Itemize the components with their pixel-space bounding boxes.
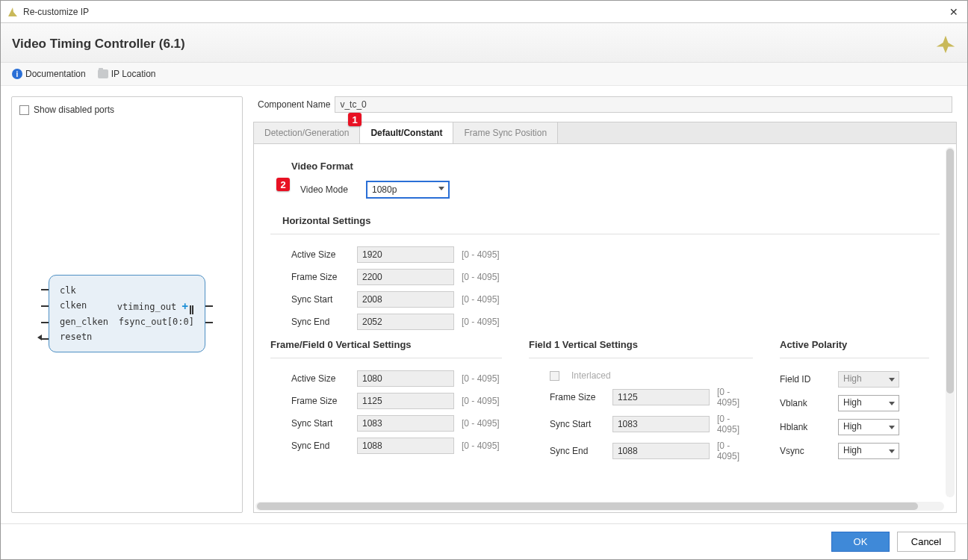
close-icon[interactable]: ✕ bbox=[946, 6, 961, 18]
hset-label-2: Sync Start bbox=[291, 294, 350, 305]
vset1-label-2: Sync End bbox=[550, 446, 605, 456]
tab-detection-generation[interactable]: Detection/Generation bbox=[254, 122, 360, 143]
video-mode-value: 1080p bbox=[372, 184, 397, 195]
vset0-range-2: [0 - 4095] bbox=[462, 418, 500, 429]
tab-default-constant[interactable]: Default/Constant bbox=[360, 122, 453, 144]
vset0-input-3[interactable] bbox=[357, 438, 454, 454]
component-name-label: Component Name bbox=[258, 99, 330, 110]
hset-title: Horizontal Settings bbox=[270, 215, 940, 226]
hset-range-0: [0 - 4095] bbox=[462, 249, 500, 260]
callout-1: 1 bbox=[348, 113, 362, 126]
ok-button[interactable]: OK bbox=[831, 532, 890, 552]
scrollbar-v[interactable] bbox=[946, 147, 955, 497]
titlebar: Re-customize IP ✕ bbox=[1, 1, 967, 23]
hset-range-3: [0 - 4095] bbox=[462, 317, 500, 327]
show-disabled-label: Show disabled ports bbox=[34, 105, 114, 115]
port-resetn: resetn bbox=[60, 332, 92, 342]
doc-label: Documentation bbox=[25, 69, 86, 79]
port-fsync: fsync_out[0:0] bbox=[119, 317, 194, 327]
vset1-input-2[interactable] bbox=[612, 443, 710, 459]
hset-label-1: Frame Size bbox=[291, 272, 350, 282]
vset1-label-1: Sync Start bbox=[550, 419, 605, 429]
vset0-title: Frame/Field 0 Vertical Settings bbox=[270, 339, 502, 350]
info-icon: i bbox=[12, 69, 22, 79]
polarity-select-3[interactable]: High bbox=[838, 443, 899, 459]
hset-input-3[interactable] bbox=[357, 314, 454, 330]
tab-frame-sync[interactable]: Frame Sync Position bbox=[453, 122, 558, 143]
hset-input-0[interactable] bbox=[357, 246, 454, 263]
port-clken: clken bbox=[60, 300, 87, 312]
polarity-label-2: Hblank bbox=[780, 422, 831, 432]
footer: OK Cancel bbox=[1, 523, 967, 559]
ip-location-link[interactable]: IP Location bbox=[98, 69, 156, 79]
vset1-range-1: [0 - 4095] bbox=[717, 414, 753, 435]
window-title: Re-customize IP bbox=[23, 7, 946, 17]
scrollbar-h[interactable] bbox=[255, 502, 944, 511]
hset-label-3: Sync End bbox=[291, 317, 350, 327]
polarity-label-3: Vsync bbox=[780, 446, 831, 456]
polarity-select-1[interactable]: High bbox=[838, 395, 899, 411]
vset0-range-0: [0 - 4095] bbox=[462, 373, 500, 384]
hset-input-2[interactable] bbox=[357, 291, 454, 308]
interlaced-checkbox bbox=[550, 371, 559, 381]
vset0-input-1[interactable] bbox=[357, 393, 454, 409]
vset0-label-2: Sync Start bbox=[291, 418, 350, 429]
cancel-button[interactable]: Cancel bbox=[897, 532, 955, 552]
vset0-label-0: Active Size bbox=[291, 373, 350, 384]
port-vtiming: vtiming_out bbox=[117, 302, 176, 312]
polarity-select-0: High bbox=[838, 371, 899, 388]
vset1-input-1[interactable] bbox=[612, 416, 710, 432]
vset0-range-1: [0 - 4095] bbox=[462, 396, 500, 406]
port-clk: clk bbox=[60, 285, 76, 296]
component-name-input[interactable] bbox=[335, 96, 952, 113]
vset1-range-0: [0 - 4095] bbox=[717, 387, 753, 408]
interlaced-row: Interlaced bbox=[529, 367, 753, 384]
vset1-title: Field 1 Vertical Settings bbox=[529, 339, 753, 350]
show-disabled-checkbox[interactable] bbox=[19, 105, 29, 115]
vset1-label-0: Frame Size bbox=[550, 392, 605, 402]
chevron-down-icon bbox=[889, 426, 895, 429]
callout-2: 2 bbox=[276, 178, 290, 191]
hset-input-1[interactable] bbox=[357, 269, 454, 285]
vset0-input-2[interactable] bbox=[357, 415, 454, 432]
polarity-title: Active Polarity bbox=[780, 339, 929, 350]
vset0-input-0[interactable] bbox=[357, 370, 454, 387]
hset-range-2: [0 - 4095] bbox=[462, 294, 500, 305]
chevron-down-icon bbox=[438, 187, 444, 190]
chevron-down-icon bbox=[889, 449, 895, 453]
documentation-link[interactable]: i Documentation bbox=[12, 69, 86, 79]
vset1-input-0[interactable] bbox=[612, 389, 710, 405]
polarity-select-2[interactable]: High bbox=[838, 419, 899, 435]
interlaced-label: Interlaced bbox=[571, 370, 611, 381]
chevron-down-icon bbox=[889, 402, 895, 405]
video-format-title: Video Format bbox=[270, 161, 940, 172]
hset-range-1: [0 - 4095] bbox=[462, 272, 500, 282]
port-gen_clken: gen_clken bbox=[60, 317, 108, 327]
links-bar: i Documentation IP Location bbox=[1, 63, 967, 86]
hset-label-0: Active Size bbox=[291, 249, 350, 260]
header: Video Timing Controller (6.1) bbox=[1, 23, 967, 63]
chevron-down-icon bbox=[889, 378, 895, 382]
vset0-label-1: Frame Size bbox=[291, 396, 350, 406]
preview-panel: Show disabled ports clk clkenvtiming_out… bbox=[11, 96, 243, 513]
iploc-label: IP Location bbox=[111, 69, 156, 79]
vset0-label-3: Sync End bbox=[291, 441, 350, 451]
folder-icon bbox=[98, 69, 108, 78]
brand-icon bbox=[935, 34, 956, 55]
page-title: Video Timing Controller (6.1) bbox=[12, 37, 935, 52]
app-icon bbox=[7, 6, 19, 18]
polarity-label-1: Vblank bbox=[780, 398, 831, 408]
plus-icon: + bbox=[182, 300, 188, 312]
ip-block: clk clkenvtiming_out + gen_clkenfsync_ou… bbox=[49, 275, 205, 352]
vset1-range-2: [0 - 4095] bbox=[717, 441, 753, 461]
video-mode-select[interactable]: 1080p bbox=[366, 181, 450, 199]
tab-content: Video Format Video Mode 1080p 2 Horizont… bbox=[253, 143, 957, 513]
vset0-range-3: [0 - 4095] bbox=[462, 441, 500, 451]
polarity-label-0: Field ID bbox=[780, 374, 831, 385]
video-mode-label: Video Mode bbox=[300, 184, 359, 195]
